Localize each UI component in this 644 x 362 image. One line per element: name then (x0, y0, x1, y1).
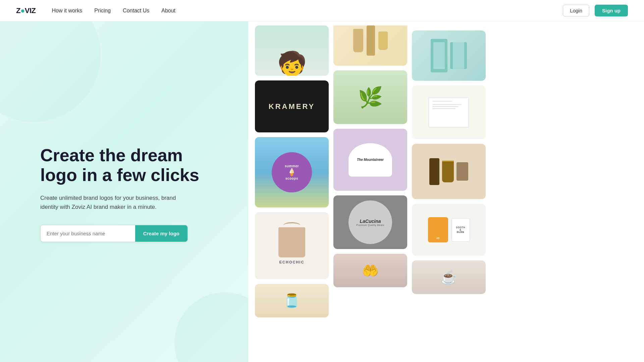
echochic-label: ECHOCHIC (279, 260, 305, 264)
la-cucina-circle: LaCucina Premium Quality Meals (348, 200, 392, 244)
gallery-item-skincare (333, 25, 407, 66)
gallery-item-cup-bottom: ☕ (412, 260, 486, 294)
gallery-item-jars: 🫙 (255, 284, 329, 317)
gallery-item-la-cucina: LaCucina Premium Quality Meals (333, 195, 407, 249)
gallery-col-3: 45 SOOTH & BURN ☕ (412, 31, 486, 362)
signup-button[interactable]: Sign up (595, 5, 628, 16)
echochic-bag (278, 227, 305, 257)
gallery-item-boy (255, 25, 329, 76)
skincare-bottle-2 (367, 25, 375, 56)
skincare-bottle-1 (353, 29, 363, 52)
nav-item-contact-us[interactable]: Contact Us (123, 8, 149, 14)
candle-white-jar: SOOTH & BURN (451, 218, 470, 242)
gallery-item-plant-tote (333, 70, 407, 124)
gallery-item-candle: 45 SOOTH & BURN (412, 204, 486, 256)
gallery-col-1: KRAMERY summer 🍦 scoops ECHOCHIC (255, 25, 329, 362)
nav-item-pricing[interactable]: Pricing (94, 8, 111, 14)
skincare-bottle-3 (378, 32, 388, 50)
summer-scoops-badge: summer 🍦 scoops (272, 152, 312, 192)
page-container: · · · · ·· · · · ·· · · · ·· · · · · · ·… (0, 0, 644, 362)
bakery-cup (457, 162, 468, 181)
login-button[interactable]: Login (563, 5, 589, 16)
decorative-dots-tl: · · · · ·· · · · ·· · · · ·· · · · · (20, 62, 53, 86)
hero-subtitle: Create unlimited brand logos for your bu… (40, 193, 188, 212)
coffee-box-2 (450, 42, 467, 69)
nav-item-how-it-works[interactable]: How it works (52, 8, 82, 14)
gallery-columns: KRAMERY summer 🍦 scoops ECHOCHIC (255, 25, 644, 362)
gallery-item-coffee-bakery (412, 144, 486, 199)
hero-title: Create the dream logo in a few clicks (40, 145, 208, 186)
hero-section: · · · · ·· · · · ·· · · · ·· · · · · · ·… (0, 21, 248, 362)
kramery-text: KRAMERY (269, 102, 315, 111)
coffee-cup-tall (442, 161, 454, 182)
gallery-item-echochic: ECHOCHIC (255, 212, 329, 279)
create-logo-button[interactable]: Create my logo (135, 225, 187, 242)
navbar-right: Login Sign up (563, 5, 628, 16)
gallery-item-white-cap: The Mountaineer (333, 129, 407, 191)
navbar: Z●VIZ How it works Pricing Contact Us Ab… (0, 0, 644, 21)
nav-item-about[interactable]: About (161, 8, 175, 14)
coffee-box-1 (431, 39, 447, 72)
hero-input-form: Create my logo (40, 225, 188, 242)
la-cucina-name: LaCucina (360, 219, 381, 224)
stationery-paper (429, 97, 469, 127)
coffee-bag (429, 158, 439, 185)
decorative-dots-br: · · · · ·· · · · ·· · · · · (189, 294, 221, 312)
gallery-item-kramery: KRAMERY (255, 80, 329, 132)
nav-links: How it works Pricing Contact Us About (52, 8, 175, 14)
la-cucina-tagline: Premium Quality Meals (357, 224, 384, 226)
gallery-item-coffee-boxes (412, 31, 486, 81)
business-name-input[interactable] (41, 225, 135, 242)
gallery-item-stationery (412, 85, 486, 139)
gallery-item-summer-scoops: summer 🍦 scoops (255, 137, 329, 207)
cap-logo-text: The Mountaineer (348, 143, 392, 177)
gallery-section: KRAMERY summer 🍦 scoops ECHOCHIC (248, 21, 644, 362)
gallery-col-2: The Mountaineer LaCucina Premium Quality… (333, 25, 407, 362)
navbar-left: Z●VIZ How it works Pricing Contact Us Ab… (16, 6, 175, 15)
gallery-item-hands: 🤲 (333, 254, 407, 287)
logo[interactable]: Z●VIZ (16, 6, 36, 15)
candle-orange-jar: 45 (428, 217, 448, 242)
